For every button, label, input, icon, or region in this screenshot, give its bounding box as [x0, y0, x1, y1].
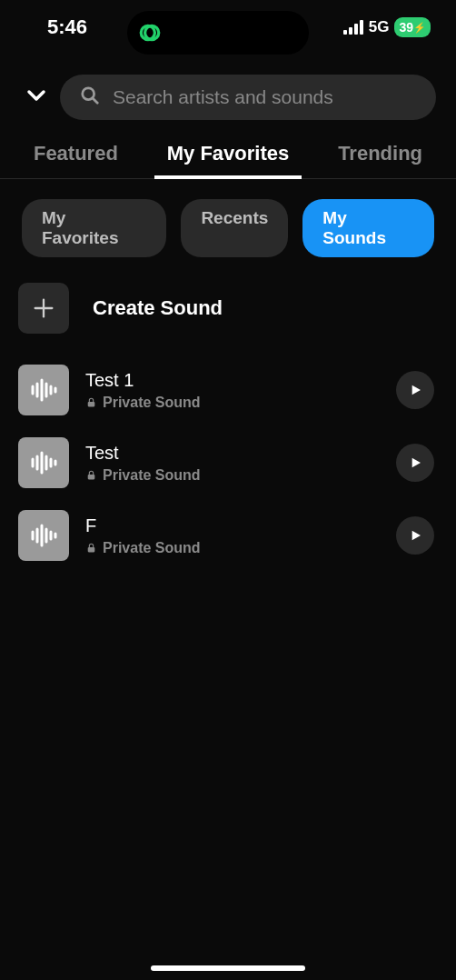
lock-icon — [85, 396, 97, 408]
filter-row: My Favorites Recents My Sounds — [0, 179, 456, 270]
sound-thumbnail — [18, 510, 69, 561]
filter-recents[interactable]: Recents — [181, 199, 288, 257]
home-indicator[interactable] — [151, 965, 305, 971]
create-sound-row[interactable]: Create Sound — [0, 270, 456, 345]
svg-rect-19 — [88, 475, 95, 479]
collapse-chevron-down-icon[interactable] — [25, 85, 47, 110]
tab-trending[interactable]: Trending — [331, 133, 430, 178]
sound-subtitle: Private Sound — [85, 540, 380, 556]
play-button[interactable] — [396, 371, 434, 409]
signal-bars-icon — [343, 20, 363, 35]
sound-thumbnail — [18, 437, 69, 488]
status-right-group: 5G 39⚡ — [343, 17, 431, 37]
svg-line-3 — [93, 98, 98, 104]
sound-title: Test — [85, 443, 380, 464]
dynamic-island — [127, 11, 309, 55]
sound-item[interactable]: Test 1 Private Sound — [18, 354, 445, 426]
search-icon — [80, 85, 100, 109]
lock-icon — [85, 469, 97, 481]
status-time: 5:46 — [47, 15, 87, 39]
create-sound-label: Create Sound — [93, 296, 223, 320]
sound-thumbnail — [18, 365, 69, 415]
play-icon — [408, 383, 422, 397]
snapchat-swirl-icon — [138, 21, 162, 45]
filter-my-sounds[interactable]: My Sounds — [302, 199, 434, 257]
filter-my-favorites[interactable]: My Favorites — [22, 199, 166, 257]
top-tabs: Featured My Favorites Trending — [0, 133, 456, 179]
sound-subtitle: Private Sound — [85, 467, 380, 484]
sound-subtitle-text: Private Sound — [103, 467, 201, 484]
sound-item[interactable]: Test Private Sound — [18, 426, 445, 499]
create-sound-button[interactable] — [18, 283, 69, 334]
lock-icon — [85, 542, 97, 554]
charging-bolt-icon: ⚡ — [413, 22, 426, 34]
sound-item[interactable]: F Private Sound — [18, 499, 445, 572]
battery-level: 39 — [399, 20, 413, 35]
battery-badge: 39⚡ — [394, 17, 431, 37]
tab-featured[interactable]: Featured — [26, 133, 125, 178]
search-row — [0, 55, 456, 133]
status-bar: 5:46 5G 39⚡ — [0, 0, 456, 55]
network-label: 5G — [369, 18, 390, 36]
sound-info: F Private Sound — [85, 515, 380, 556]
play-button[interactable] — [396, 444, 434, 482]
waveform-icon — [27, 374, 60, 406]
tab-my-favorites[interactable]: My Favorites — [160, 133, 297, 178]
svg-rect-26 — [88, 547, 95, 552]
svg-rect-12 — [88, 402, 95, 406]
sound-subtitle-text: Private Sound — [103, 395, 201, 411]
sound-info: Test Private Sound — [85, 443, 380, 484]
waveform-icon — [27, 519, 60, 552]
waveform-icon — [27, 446, 60, 479]
sound-subtitle: Private Sound — [85, 395, 380, 411]
search-input[interactable] — [113, 86, 416, 108]
search-bar[interactable] — [60, 75, 436, 120]
plus-icon — [31, 295, 56, 321]
play-icon — [408, 528, 422, 543]
sound-title: F — [85, 515, 380, 536]
play-icon — [408, 455, 422, 470]
sound-title: Test 1 — [85, 370, 380, 391]
sound-subtitle-text: Private Sound — [103, 540, 201, 556]
sound-info: Test 1 Private Sound — [85, 370, 380, 411]
sound-list: Test 1 Private Sound — [0, 345, 456, 572]
play-button[interactable] — [396, 516, 434, 555]
